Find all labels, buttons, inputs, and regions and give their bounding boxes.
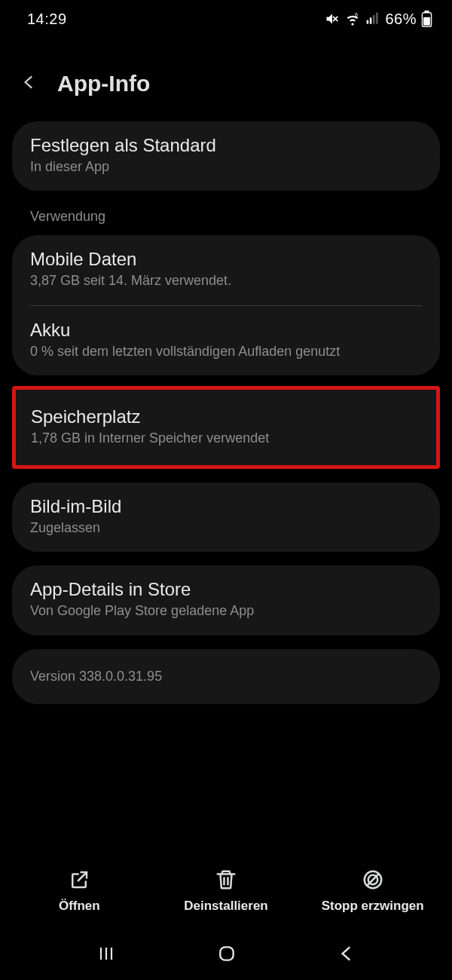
nav-back-button[interactable] — [317, 936, 376, 971]
svg-rect-2 — [370, 17, 372, 23]
chevron-left-icon — [20, 69, 39, 95]
status-time: 14:29 — [27, 11, 67, 28]
uninstall-label: Deinstallieren — [184, 899, 268, 914]
trash-icon — [215, 868, 237, 891]
svg-rect-5 — [424, 11, 429, 12]
battery-icon — [421, 11, 432, 27]
set-as-default-title: Festlegen als Standard — [30, 135, 422, 156]
nav-home-button[interactable] — [197, 936, 256, 971]
open-icon — [68, 868, 90, 891]
store-title: App-Details in Store — [30, 579, 422, 600]
usage-card: Mobile Daten 3,87 GB seit 14. März verwe… — [12, 235, 440, 375]
home-icon — [217, 944, 237, 963]
action-bar: Öffnen Deinstallieren Stopp erzwingen — [0, 852, 452, 935]
open-label: Öffnen — [59, 899, 100, 914]
force-stop-label: Stopp erzwingen — [322, 899, 424, 914]
back-icon — [337, 944, 356, 963]
battery-title: Akku — [30, 320, 422, 341]
svg-rect-3 — [373, 15, 375, 24]
wifi-icon: 6 — [344, 11, 361, 26]
store-sub: Von Google Play Store geladene App — [30, 602, 422, 620]
page-title: App-Info — [57, 71, 150, 96]
stop-icon — [362, 868, 384, 891]
section-usage-label: Verwendung — [12, 209, 440, 225]
open-button[interactable]: Öffnen — [6, 868, 153, 914]
svg-rect-1 — [367, 20, 369, 24]
mobile-data-row[interactable]: Mobile Daten 3,87 GB seit 14. März verwe… — [12, 235, 440, 305]
storage-sub: 1,78 GB in Interner Speicher verwendet — [31, 429, 421, 447]
recent-icon — [96, 945, 117, 963]
store-row[interactable]: App-Details in Store Von Google Play Sto… — [12, 565, 440, 635]
nav-recent-button[interactable] — [76, 937, 136, 970]
battery-pct: 66% — [385, 11, 417, 28]
svg-rect-4 — [377, 13, 379, 24]
version-card: Version 338.0.0.31.95 — [12, 649, 440, 704]
battery-sub: 0 % seit dem letzten vollständigen Aufla… — [30, 342, 422, 360]
svg-text:6: 6 — [356, 12, 359, 17]
mobile-data-title: Mobile Daten — [30, 249, 422, 270]
mute-icon — [325, 11, 340, 26]
svg-rect-16 — [220, 947, 233, 960]
nav-bar — [0, 935, 452, 980]
pip-row[interactable]: Bild-im-Bild Zugelassen — [12, 482, 440, 552]
set-as-default-row[interactable]: Festlegen als Standard In dieser App — [12, 121, 440, 191]
store-card: App-Details in Store Von Google Play Sto… — [12, 565, 440, 635]
storage-row[interactable]: Speicherplatz 1,78 GB in Interner Speich… — [16, 390, 436, 465]
set-as-default-sub: In dieser App — [30, 158, 422, 176]
force-stop-button[interactable]: Stopp erzwingen — [299, 868, 446, 914]
status-icons: 6 66% — [325, 11, 432, 28]
svg-rect-7 — [423, 17, 430, 26]
signal-icon — [365, 11, 380, 26]
header: App-Info — [0, 38, 452, 133]
pip-title: Bild-im-Bild — [30, 496, 422, 517]
pip-sub: Zugelassen — [30, 519, 422, 537]
uninstall-button[interactable]: Deinstallieren — [153, 868, 300, 914]
storage-card-highlighted: Speicherplatz 1,78 GB in Interner Speich… — [12, 386, 440, 469]
defaults-card: Festlegen als Standard In dieser App — [12, 121, 440, 191]
storage-title: Speicherplatz — [31, 406, 421, 427]
battery-row[interactable]: Akku 0 % seit dem letzten vollständigen … — [12, 306, 440, 375]
mobile-data-sub: 3,87 GB seit 14. März verwendet. — [30, 271, 422, 289]
pip-card: Bild-im-Bild Zugelassen — [12, 482, 440, 552]
status-bar: 14:29 6 66% — [0, 0, 452, 38]
back-button[interactable] — [17, 66, 42, 100]
version-text: Version 338.0.0.31.95 — [30, 669, 162, 684]
